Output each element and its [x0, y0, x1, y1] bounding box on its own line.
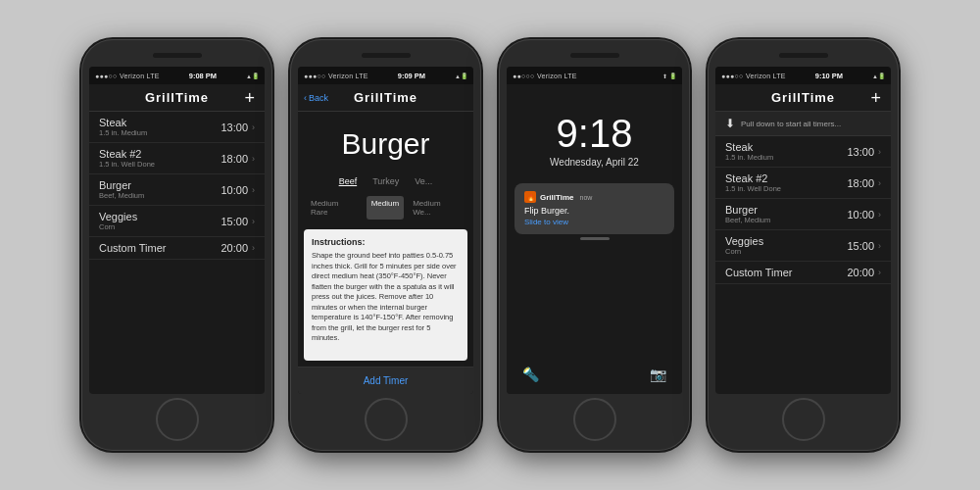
screen-content-2: Burger Beef Turkey Ve... Medium Rare Med… — [298, 112, 473, 394]
chevron-icon: › — [252, 154, 255, 164]
chevron-icon: › — [878, 178, 881, 188]
phone-2-screen: ●●●○○ Verizon LTE 9:09 PM ▲🔋 ‹ Back Gril… — [298, 67, 473, 394]
app-title-2: GrillTime — [354, 90, 417, 105]
list-item-veggies-4[interactable]: Veggies Corn 15:00 › — [715, 230, 891, 262]
item-time: 20:00 — [847, 267, 874, 278]
nav-bar-2: ‹ Back GrillTime — [298, 84, 473, 112]
chevron-icon: › — [252, 185, 255, 195]
add-button-4[interactable]: + — [870, 89, 881, 107]
list-item-custom-1[interactable]: Custom Timer 20:00 › — [89, 237, 265, 260]
chevron-icon: › — [878, 268, 881, 277]
doneness-medium-well[interactable]: Medium We... — [408, 196, 466, 220]
instructions-title: Instructions: — [312, 237, 460, 247]
pull-down-icon: ⬇ — [725, 117, 735, 130]
list-item-steak-4[interactable]: Steak 1.5 in. Medium 13:00 › — [715, 136, 891, 168]
phone-4-screen: ●●●○○ Verizon LTE 9:10 PM ▲🔋 GrillTime +… — [715, 67, 891, 394]
notification-card[interactable]: 🔥 GrillTime now Flip Burger. Slide to vi… — [514, 183, 674, 234]
back-button-2[interactable]: ‹ Back — [304, 93, 328, 103]
status-icons-4: ▲🔋 — [872, 73, 885, 79]
time-2: 9:09 PM — [398, 72, 425, 80]
item-sub: 1.5 in. Medium — [725, 153, 773, 162]
item-time: 10:00 — [847, 209, 874, 220]
notif-action[interactable]: Slide to view — [524, 218, 664, 226]
status-icons-3: ⬆ 🔋 — [662, 73, 676, 79]
instructions-box: Instructions: Shape the ground beef into… — [304, 229, 467, 361]
add-button-1[interactable]: + — [244, 89, 255, 107]
chevron-icon: › — [252, 243, 255, 253]
item-name: Veggies — [725, 235, 763, 247]
item-sub: 1.5 in. Well Done — [99, 160, 155, 169]
phones-container: ●●●○○ Verizon LTE 9:08 PM ▲🔋 GrillTime +… — [62, 20, 918, 470]
list-item-burger-4[interactable]: Burger Beef, Medium 10:00 › — [715, 199, 891, 230]
phone-1-screen: ●●●○○ Verizon LTE 9:08 PM ▲🔋 GrillTime +… — [89, 67, 265, 394]
item-time: 18:00 — [847, 177, 874, 189]
list-item-burger-1[interactable]: Burger Beef, Medium 10:00 › — [89, 174, 265, 206]
lock-bottom: 🔦 📷 — [507, 359, 682, 390]
chevron-icon: › — [252, 122, 255, 132]
screen-content-1: Steak 1.5 in. Medium 13:00 › Steak #2 1.… — [89, 112, 265, 394]
phone-1: ●●●○○ Verizon LTE 9:08 PM ▲🔋 GrillTime +… — [81, 39, 272, 451]
status-icons-2: ▲🔋 — [455, 73, 467, 79]
list-item-steak-1[interactable]: Steak 1.5 in. Medium 13:00 › — [89, 112, 265, 143]
pull-down-banner: ⬇ Pull down to start all timers... — [715, 112, 891, 136]
notif-time-badge: now — [580, 194, 593, 201]
status-bar-2: ●●●○○ Verizon LTE 9:09 PM ▲🔋 — [298, 67, 473, 84]
time-1: 9:08 PM — [189, 72, 217, 80]
time-4: 9:10 PM — [815, 72, 843, 80]
meat-tab-beef[interactable]: Beef — [335, 174, 362, 188]
item-name: Steak — [99, 117, 147, 128]
app-title-1: GrillTime — [145, 90, 209, 105]
item-time: 13:00 — [847, 146, 874, 158]
phone-4: ●●●○○ Verizon LTE 9:10 PM ▲🔋 GrillTime +… — [708, 39, 899, 451]
item-name: Veggies — [99, 211, 137, 222]
item-name: Burger — [99, 179, 144, 191]
item-sub: Beef, Medium — [99, 191, 144, 200]
doneness-tabs[interactable]: Medium Rare Medium Medium We... — [298, 192, 473, 223]
meat-tab-veggie[interactable]: Ve... — [411, 174, 436, 188]
meat-tab-turkey[interactable]: Turkey — [368, 174, 403, 188]
item-sub: Corn — [725, 247, 763, 256]
carrier-2: ●●●○○ Verizon LTE — [304, 73, 368, 79]
phone-3: ●●○○○ Verizon LTE ⬆ 🔋 9:18 Wednesday, Ap… — [499, 39, 690, 451]
status-icons-1: ▲🔋 — [246, 73, 259, 79]
phone-3-screen: ●●○○○ Verizon LTE ⬆ 🔋 9:18 Wednesday, Ap… — [507, 67, 682, 394]
item-name: Custom Timer — [725, 267, 792, 278]
item-time: 15:00 — [847, 240, 874, 252]
item-sub: Corn — [99, 222, 137, 231]
notif-title: Flip Burger. — [524, 206, 664, 216]
slide-indicator — [507, 234, 682, 243]
item-time: 20:00 — [220, 242, 248, 254]
notif-app-icon: 🔥 — [524, 191, 536, 203]
add-timer-button[interactable]: Add Timer — [298, 367, 473, 394]
nav-bar-1: GrillTime + — [89, 84, 265, 112]
slide-dot — [580, 237, 610, 240]
status-bar-4: ●●●○○ Verizon LTE 9:10 PM ▲🔋 — [715, 67, 891, 84]
list-item-steak2-1[interactable]: Steak #2 1.5 in. Well Done 18:00 › — [89, 143, 265, 174]
list-item-veggies-1[interactable]: Veggies Corn 15:00 › — [89, 206, 265, 237]
food-title: Burger — [298, 112, 473, 171]
item-name: Steak — [725, 141, 773, 153]
notif-app-name: GrillTime — [540, 193, 574, 202]
camera-icon: 📷 — [650, 367, 666, 382]
item-sub: Beef, Medium — [725, 216, 770, 224]
lock-screen: 9:18 Wednesday, April 22 🔥 GrillTime now… — [507, 84, 682, 394]
list-item-steak2-4[interactable]: Steak #2 1.5 in. Well Done 18:00 › — [715, 168, 891, 199]
list-item-custom-4[interactable]: Custom Timer 20:00 › — [715, 262, 891, 284]
lock-date: Wednesday, April 22 — [507, 157, 682, 168]
item-time: 18:00 — [220, 153, 248, 165]
chevron-icon: › — [878, 147, 881, 157]
instructions-text: Shape the ground beef into patties 0.5-0… — [312, 251, 460, 344]
meat-tabs[interactable]: Beef Turkey Ve... — [298, 171, 473, 192]
pull-down-text: Pull down to start all timers... — [741, 120, 841, 128]
doneness-medium[interactable]: Medium — [367, 196, 404, 220]
chevron-icon: › — [878, 241, 881, 251]
doneness-medium-rare[interactable]: Medium Rare — [306, 196, 363, 220]
carrier-1: ●●●○○ Verizon LTE — [95, 73, 160, 79]
chevron-icon: › — [252, 217, 255, 226]
item-sub: 1.5 in. Medium — [99, 128, 147, 137]
item-time: 10:00 — [220, 184, 248, 196]
phone-2: ●●●○○ Verizon LTE 9:09 PM ▲🔋 ‹ Back Gril… — [290, 39, 481, 451]
status-bar-3: ●●○○○ Verizon LTE ⬆ 🔋 — [507, 67, 682, 84]
flashlight-icon: 🔦 — [522, 367, 539, 382]
item-time: 15:00 — [220, 216, 248, 227]
